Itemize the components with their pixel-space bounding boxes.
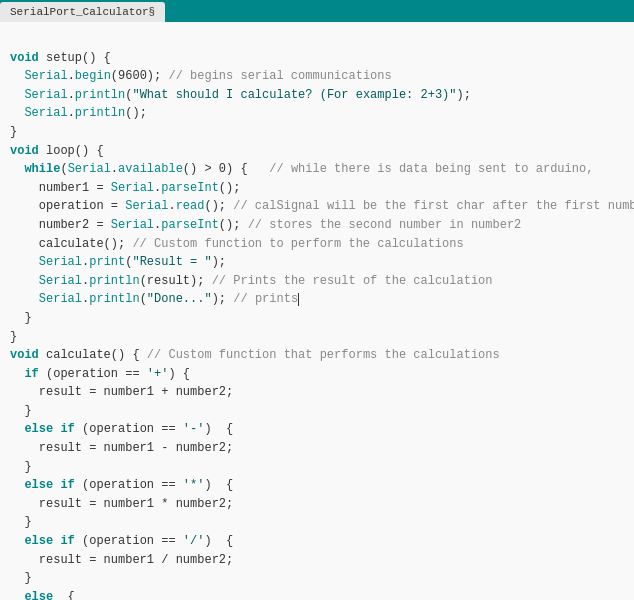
code-line: result = number1 / number2; [10,551,624,570]
code-line: void setup() { [10,49,624,68]
code-line: void loop() { [10,142,624,161]
tab-serial-port-calculator[interactable]: SerialPort_Calculator§ [0,2,165,22]
code-line: else if (operation == '/') { [10,532,624,551]
tab-bar: SerialPort_Calculator§ [0,0,634,22]
code-line: } [10,458,624,477]
code-line: } [10,402,624,421]
code-line: Serial.println(); [10,104,624,123]
code-line: void calculate() { // Custom function th… [10,346,624,365]
code-line: number1 = Serial.parseInt(); [10,179,624,198]
code-line: number2 = Serial.parseInt(); // stores t… [10,216,624,235]
code-line: if (operation == '+') { [10,365,624,384]
code-line: calculate(); // Custom function to perfo… [10,235,624,254]
code-line: while(Serial.available() > 0) { // while… [10,160,624,179]
code-line: result = number1 + number2; [10,383,624,402]
code-line: } [10,569,624,588]
code-line: result = number1 * number2; [10,495,624,514]
tab-label: SerialPort_Calculator§ [10,6,155,18]
code-line: Serial.println("What should I calculate?… [10,86,624,105]
code-line: else { [10,588,624,600]
code-line: operation = Serial.read(); // calSignal … [10,197,624,216]
code-line: result = number1 - number2; [10,439,624,458]
code-line: else if (operation == '-') { [10,420,624,439]
code-area[interactable]: void setup() { Serial.begin(9600); // be… [0,22,634,600]
code-line: Serial.print("Result = "); [10,253,624,272]
code-line: } [10,513,624,532]
code-line: Serial.begin(9600); // begins serial com… [10,67,624,86]
code-line: } [10,309,624,328]
code-line: Serial.println("Done..."); // prints [10,290,624,309]
code-line: } [10,123,624,142]
code-line: else if (operation == '*') { [10,476,624,495]
code-line: Serial.println(result); // Prints the re… [10,272,624,291]
code-line: } [10,328,624,347]
